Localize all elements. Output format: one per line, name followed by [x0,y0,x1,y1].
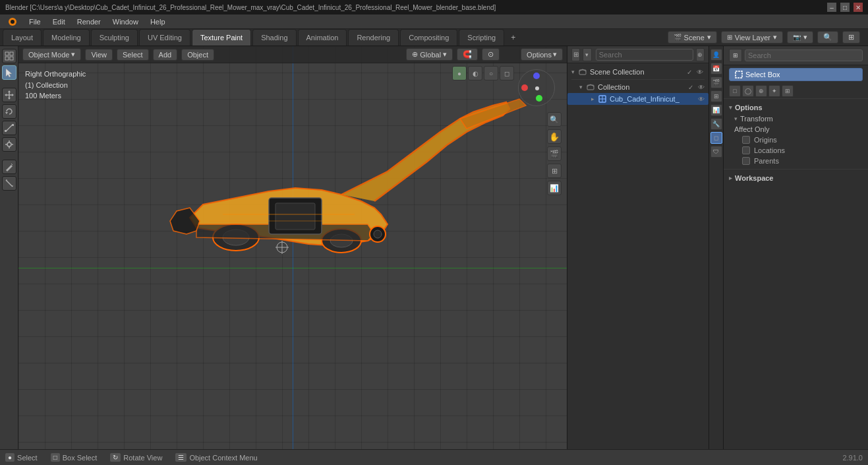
camera-button[interactable]: 🎬 [547,146,562,161]
scene-collection-expand[interactable]: ▾ [571,69,578,75]
proportional-edit[interactable]: ⊙ [482,48,500,61]
transform-tool-button[interactable] [2,137,16,152]
options-button[interactable]: Options ▾ [521,48,563,61]
menu-window[interactable]: Window [107,16,144,27]
collection-expand[interactable]: ▾ [579,84,586,90]
view-layer-props-icon[interactable]: ⊞ [710,90,722,102]
material-mode-button[interactable]: ◐ [468,66,482,80]
locations-checkbox[interactable] [742,146,750,154]
tab-uv-editing[interactable]: UV Editing [139,29,190,46]
collection-row[interactable]: ▾ Collection ✓ 👁 [567,81,709,93]
tools-panel-icon[interactable]: ⊞ [729,49,742,62]
tool-icon-4[interactable]: ✦ [768,85,780,97]
tool-icon-3[interactable]: ⊕ [755,85,767,97]
collection-check[interactable]: ✓ [686,82,695,92]
tab-rendering[interactable]: Rendering [348,29,399,46]
options-section-header[interactable]: ▾ Options [729,102,863,113]
object-eye[interactable]: 👁 [697,94,706,104]
menu-blender[interactable] [3,16,22,28]
object-mode-button[interactable]: Object Mode ▾ [22,48,81,61]
world-props-icon[interactable]: 🔧 [710,118,722,130]
menu-file[interactable]: File [24,16,46,27]
tools-search-input[interactable] [745,49,863,61]
locations-checkbox-row[interactable]: Locations [729,145,863,156]
search-button[interactable]: 🔍 [817,31,838,44]
minimize-button[interactable]: – [827,3,836,12]
tool-icon-5[interactable]: ⊞ [782,85,794,97]
grid-button[interactable]: ⊞ [547,164,562,178]
parents-checkbox-row[interactable]: Parents [729,156,863,166]
add-workspace-button[interactable]: + [506,29,521,46]
scene-selector[interactable]: 🎬 Scene ▾ [668,31,717,44]
tab-modeling[interactable]: Modeling [43,29,90,46]
menu-edit[interactable]: Edit [47,16,71,27]
toolbar-cursor-toggle[interactable] [2,49,16,63]
engine-selector[interactable]: 📷 ▾ [787,31,813,44]
filter-button[interactable]: ⊞ [842,31,860,44]
viewport-gizmo[interactable] [518,69,558,109]
origins-checkbox[interactable] [742,136,750,144]
scene-collection-eye[interactable]: 👁 [695,67,705,77]
outliner-search-input[interactable] [596,49,693,61]
tab-texture-paint[interactable]: Texture Paint [192,29,251,46]
rotate-tool-button[interactable] [2,104,16,119]
outliner-icon-btn[interactable]: ⊞ [571,48,580,61]
parents-checkbox[interactable] [742,157,750,165]
scene-props2-icon[interactable]: 📊 [710,104,722,116]
tab-scripting[interactable]: Scripting [459,29,504,46]
outliner-filter-btn[interactable]: ▾ [583,48,591,61]
tab-compositing[interactable]: Compositing [400,29,457,46]
maximize-button[interactable]: □ [840,3,850,12]
parents-label: Parents [754,157,779,165]
view-menu-button[interactable]: View [85,49,113,61]
overlay-button[interactable]: 📊 [547,181,562,195]
add-menu-button[interactable]: Add [153,49,178,61]
tool-icon-1[interactable]: □ [729,85,741,97]
scene-collection-row[interactable]: ▾ Scene Collection ✓ 👁 [567,66,709,78]
menu-help[interactable]: Help [145,16,171,27]
snap-button[interactable]: 🧲 [457,48,478,61]
scene-props-icon[interactable]: 👤 [710,49,722,61]
object-expand[interactable]: ▸ [591,96,598,102]
workspace-section-header[interactable]: ▸ Workspace [729,172,863,184]
scene-collection-label: Scene Collection [590,68,685,76]
scene-collection-visibility[interactable]: ✓ [685,67,694,77]
annotate-tool-button[interactable] [2,160,16,174]
render-props-icon[interactable]: 📅 [710,63,722,75]
select-tool-button[interactable] [2,65,16,80]
svg-rect-2 [5,52,9,55]
rendered-mode-button[interactable]: ○ [484,66,498,80]
transform-subsection-header[interactable]: ▾ Transform [729,113,863,124]
close-button[interactable]: ✕ [854,3,863,12]
solid-mode-button[interactable]: ● [452,66,467,80]
tool-icon-2[interactable]: ◯ [742,85,754,97]
tab-sculpting[interactable]: Sculpting [91,29,138,46]
wireframe-mode-button[interactable]: ◻ [500,66,514,80]
object-row[interactable]: ▸ Cub_Cadet_Infinicut_ 👁 [567,93,709,105]
origins-checkbox-row[interactable]: Origins [729,135,863,145]
select-box-button[interactable]: Select Box [729,68,863,81]
gizmo-y-dot [536,95,542,102]
menu-render[interactable]: Render [72,16,106,27]
object-props-icon[interactable]: ◻ [710,132,722,144]
object-icon [598,94,607,104]
svg-marker-11 [5,94,7,96]
view-layer-selector[interactable]: ⊞ View Layer ▾ [721,31,783,44]
modifier-props-icon[interactable]: 🛡 [710,146,722,158]
object-menu-button[interactable]: Object [181,49,214,61]
outliner-filter-icon[interactable]: ⊕ [696,48,705,61]
measure-tool-button[interactable] [2,176,16,191]
scale-tool-button[interactable] [2,121,16,135]
collection-eye[interactable]: 👁 [697,82,706,92]
move-tool-button[interactable] [2,88,16,102]
tab-layout[interactable]: Layout [3,29,42,46]
pan-button[interactable]: ✋ [547,129,562,144]
zoom-in-button[interactable]: 🔍 [547,112,562,127]
viewport[interactable]: Object Mode ▾ View Select Add Object ⊕ G… [18,46,567,449]
transform-global[interactable]: ⊕ Global ▾ [406,48,453,61]
tab-animation[interactable]: Animation [298,29,347,46]
menu-bar: File Edit Render Window Help [0,15,868,29]
tab-shading[interactable]: Shading [252,29,296,46]
output-props-icon[interactable]: 🎬 [710,77,722,88]
select-menu-button[interactable]: Select [117,49,149,61]
